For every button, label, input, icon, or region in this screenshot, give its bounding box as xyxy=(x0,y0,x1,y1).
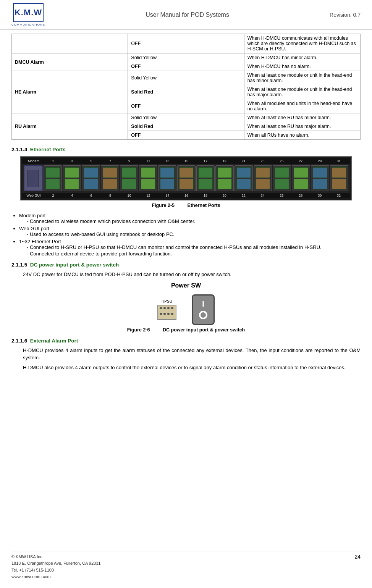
hpsu-label: HPSU xyxy=(162,299,172,304)
document-title: User Manual for POD Systems xyxy=(146,11,229,18)
bullet-item: 1~32 Ethernet PortConnected to H-SRU or … xyxy=(19,239,361,257)
table-group-cell: HE Alarm xyxy=(12,71,128,113)
revision-label: Revision: 0.7 xyxy=(330,12,361,18)
section-216-body2: H-DMCU also provides 4 alarm outputs to … xyxy=(23,364,361,372)
table-indicator-cell: Solid Yellow xyxy=(128,113,244,122)
hpsu-pin xyxy=(171,313,173,315)
table-description-cell: When at least one RU has minor alarm. xyxy=(244,113,360,122)
sub-bullet-item: Connected to H-SRU or H-PSU so that H-DM… xyxy=(27,244,361,250)
sub-bullet-item: Connected to wireless modem which provid… xyxy=(27,218,361,224)
switch-off-symbol xyxy=(199,311,207,319)
hpsu-connector xyxy=(157,305,176,320)
table-indicator-cell: Solid Yellow xyxy=(128,71,244,85)
hpsu-pin xyxy=(160,313,162,315)
section-215-heading: 2.1.1.5 DC power input port & power swit… xyxy=(11,262,361,268)
logo-text: K.M.W xyxy=(15,8,42,18)
table-group-cell xyxy=(12,34,128,53)
figure-2-5-caption: Figure 2-5 Ethernet Ports xyxy=(11,203,361,208)
table-description-cell: When all modules and units in the head-e… xyxy=(244,99,360,113)
section-215-title: DC power input port & power switch xyxy=(30,262,119,268)
table-description-cell: When at least one module or unit in the … xyxy=(244,71,360,85)
table-description-cell: When at least one RU has major alarm. xyxy=(244,122,360,131)
switch-on-symbol: I xyxy=(202,300,204,308)
table-indicator-cell: Solid Red xyxy=(128,122,244,131)
sub-bullet-item: Connected to external device to provide … xyxy=(27,251,361,257)
hpsu-pin xyxy=(167,307,170,309)
page-number: 24 xyxy=(354,554,361,580)
table-indicator-cell: Solid Red xyxy=(128,85,244,99)
logo-box: K.M.W xyxy=(13,3,44,22)
footer-address: 1818 E. Orangethrope Ave, Fullerton, CA … xyxy=(11,560,100,567)
table-description-cell: When H-DMCU communicates with all module… xyxy=(244,34,360,53)
power-switch-visual: I xyxy=(192,294,215,325)
footer-web: www.kmwcomm.com xyxy=(11,573,100,580)
table-description-cell: When at least one module or unit in the … xyxy=(244,85,360,99)
alarm-table: OFFWhen H-DMCU communicates with all mod… xyxy=(11,34,361,140)
hpsu-pin xyxy=(160,307,162,309)
table-indicator-cell: Solid Yellow xyxy=(128,53,244,62)
bullet-item: Web GUI portUsed to access to web-based … xyxy=(19,226,361,237)
table-indicator-cell: OFF xyxy=(128,34,244,53)
footer-left: © KMW USA Inc. 1818 E. Orangethrope Ave,… xyxy=(11,554,100,580)
footer-company: © KMW USA Inc. xyxy=(11,554,100,561)
section-216-title: External Alarm Port xyxy=(30,338,78,344)
main-content: OFFWhen H-DMCU communicates with all mod… xyxy=(0,30,372,381)
table-group-cell: RU Alarm xyxy=(12,113,128,140)
table-description-cell: When H-DMCU has minor alarm. xyxy=(244,53,360,62)
table-indicator-cell: OFF xyxy=(128,99,244,113)
page-header: K.M.W COMMUNICATIONS User Manual for POD… xyxy=(0,0,372,30)
power-switch: I xyxy=(192,294,215,325)
ethernet-figure: Modem 1 3 5 7 9 11 13 15 17 19 21 23 25 … xyxy=(11,156,361,200)
figure-2-6-caption: Figure 2-6 DC power input port & power s… xyxy=(11,327,361,333)
hpsu-pin xyxy=(167,313,170,315)
logo-subtitle: COMMUNICATIONS xyxy=(11,23,45,26)
page-footer: © KMW USA Inc. 1818 E. Orangethrope Ave,… xyxy=(11,551,361,580)
footer-tel: Tel. +1 (714) 515-1100 xyxy=(11,567,100,574)
power-figure: Power SW HPSU xyxy=(11,282,361,325)
table-indicator-cell: OFF xyxy=(128,131,244,140)
ethernet-image: Modem 1 3 5 7 9 11 13 15 17 19 21 23 25 … xyxy=(20,156,352,200)
bullet-item: Modem portConnected to wireless modem wh… xyxy=(19,213,361,224)
ethernet-bullet-list: Modem portConnected to wireless modem wh… xyxy=(19,213,361,257)
sub-bullet-item: Used to access to web-based GUI using no… xyxy=(27,231,361,237)
section-216-heading: 2.1.1.6 External Alarm Port xyxy=(11,338,361,344)
table-description-cell: When all RUs have no alarm. xyxy=(244,131,360,140)
section-214-title: Ethernet Ports xyxy=(30,147,66,152)
hpsu-pin xyxy=(171,307,173,309)
power-sw-label: Power SW xyxy=(171,282,201,289)
table-group-cell: DMCU Alarm xyxy=(12,53,128,71)
hpsu-pin xyxy=(163,307,166,309)
section-215-body: 24V DC power for DMCU is fed from POD-H-… xyxy=(23,271,361,278)
table-indicator-cell: OFF xyxy=(128,62,244,71)
table-description-cell: When H-DMCU has no alarm. xyxy=(244,62,360,71)
section-216-body1: H-DMCU provides 4 alarm inputs to get th… xyxy=(23,347,361,362)
section-214-heading: 2.1.1.4 Ethernet Ports xyxy=(11,147,361,152)
logo-area: K.M.W COMMUNICATIONS xyxy=(11,3,45,26)
hpsu-pin xyxy=(163,313,166,315)
hpsu-connector-box: HPSU xyxy=(157,299,176,320)
